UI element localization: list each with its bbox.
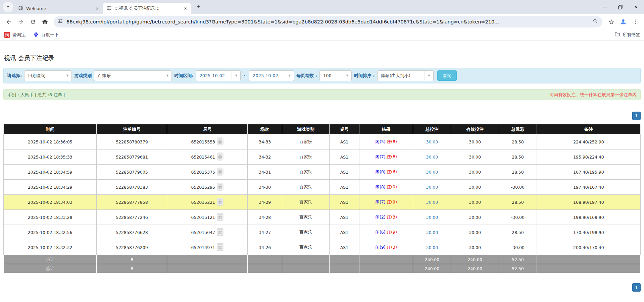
tab-betrecord[interactable]: :::视讯 会员下注纪录::: <box>103 3 191 14</box>
video-record-icon[interactable] <box>217 213 224 222</box>
range-separator: ~ <box>243 73 247 78</box>
game-type-select[interactable]: 百家乐 ▼ <box>94 70 172 81</box>
video-record-icon[interactable] <box>217 228 224 237</box>
tab-welcome[interactable]: Welcome <box>15 3 103 14</box>
cell-session: 34-26 <box>248 240 282 255</box>
page-1-button[interactable]: 1 <box>632 112 641 120</box>
footer-cell <box>537 264 640 273</box>
page-title: 视讯 会员下注纪录 <box>4 54 641 62</box>
video-record-icon[interactable] <box>217 168 224 177</box>
page-1-button[interactable]: 1 <box>632 283 641 292</box>
cell-total-bet: 30.00 <box>413 195 451 210</box>
url-text[interactable]: 66cxkj98.com/ipl/portal.php/game/betreco… <box>66 19 589 24</box>
game-type-label: 游戏类别 <box>74 73 92 79</box>
table-row: 2025-10-02 18:32:32 522858776209 6520149… <box>4 240 641 255</box>
cell-game-type: 百家乐 <box>282 149 330 165</box>
bet-table-header-row: 时间注单编号局号场次游戏类别桌号结果总投注有效投注总派彩备注 <box>4 124 641 134</box>
bookmark-taobao[interactable]: 淘 爱淘宝 <box>4 32 26 38</box>
globe-icon <box>18 5 23 12</box>
pagination-bottom: 1 <box>3 283 641 292</box>
tab-close-icon[interactable] <box>182 5 188 11</box>
cell-valid-bet: 30.00 <box>451 134 499 149</box>
dropdown-arrow-icon: ▼ <box>232 71 240 81</box>
cell-bet-no: 522858779681 <box>97 149 167 165</box>
per-page-select[interactable]: 100 ▼ <box>319 70 352 81</box>
table-row: 2025-10-02 18:34:29 522858778383 6520152… <box>4 180 641 195</box>
cell-payout: 28.50 <box>499 225 537 240</box>
tab-close-icon[interactable] <box>94 5 100 11</box>
cell-valid-bet: 30.00 <box>451 225 499 240</box>
search-button[interactable]: 查询 <box>437 70 457 81</box>
footer-cell: 240.00 <box>413 255 451 264</box>
cell-total-bet: 30.00 <box>413 180 451 195</box>
restore-button[interactable] <box>612 0 628 14</box>
column-header: 结果 <box>359 124 413 134</box>
cell-bet-no: 522858777858 <box>97 195 167 210</box>
tab-search-button[interactable] <box>3 2 13 12</box>
site-settings-icon[interactable] <box>58 18 63 25</box>
footer-cell: 240.00 <box>451 264 499 273</box>
close-window-button[interactable] <box>628 0 644 14</box>
cell-total-bet: 30.00 <box>413 225 451 240</box>
window-controls <box>597 0 644 14</box>
cell-game-type: 百家乐 <box>282 240 330 255</box>
footer-cell <box>248 264 282 273</box>
bookmark-baidu[interactable]: 百度一下 <box>33 32 59 39</box>
table-row: 2025-10-02 18:34:59 522858779005 6520153… <box>4 165 641 180</box>
footer-cell <box>537 255 640 264</box>
date-from-select[interactable]: 2025-10-02 ▼ <box>196 70 241 81</box>
cell-valid-bet: 30.00 <box>451 240 499 255</box>
cell-payout: 28.50 <box>499 149 537 165</box>
home-button[interactable] <box>40 16 50 27</box>
cell-result: 闲(8) 庄(0) <box>359 180 413 195</box>
back-button[interactable] <box>3 16 14 27</box>
bookmarks-bar: 淘 爱淘宝 百度一下 所有书签 <box>0 29 644 41</box>
forward-button[interactable] <box>15 16 26 27</box>
cell-remark: 167.40/195.90 <box>537 165 640 180</box>
currency-summary: 币别 : 人民币 | 总共 :8 注单 | <box>7 92 65 98</box>
cell-game-type: 百家乐 <box>282 134 330 149</box>
cell-valid-bet: 30.00 <box>451 180 499 195</box>
menu-dots-icon[interactable] <box>630 16 641 27</box>
cell-remark: 200.40/170.40 <box>537 240 640 255</box>
dropdown-arrow-icon: ▼ <box>285 71 294 81</box>
tab-title: Welcome <box>26 6 91 11</box>
reload-button[interactable] <box>28 16 38 27</box>
new-tab-button[interactable] <box>194 2 203 12</box>
date-to-select[interactable]: 2025-10-02 ▼ <box>249 70 294 81</box>
footer-cell <box>167 255 248 264</box>
cell-table-no: AS1 <box>329 210 359 225</box>
bookmarks-divider <box>607 32 607 38</box>
cell-time: 2025-10-02 18:33:28 <box>4 210 97 225</box>
cell-remark: 198.90/168.90 <box>537 210 640 225</box>
minimize-button[interactable] <box>597 0 612 14</box>
video-record-icon[interactable] <box>217 153 224 162</box>
sort-select[interactable]: 降幂(由大到小) ▼ <box>377 70 434 81</box>
url-bar[interactable]: 66cxkj98.com/ipl/portal.php/game/betreco… <box>54 16 602 27</box>
cell-game-type: 百家乐 <box>282 180 330 195</box>
video-record-icon[interactable] <box>217 198 224 207</box>
cell-payout: -30.00 <box>499 180 537 195</box>
video-record-icon[interactable] <box>217 183 224 192</box>
dropdown-arrow-icon: ▼ <box>343 71 351 81</box>
bookmark-star-icon[interactable] <box>606 16 616 27</box>
cell-bet-no: 522858780379 <box>97 134 167 149</box>
cell-bet-no: 522858778383 <box>97 180 167 195</box>
zoom-icon[interactable] <box>593 18 598 25</box>
cell-table-no: AS1 <box>329 149 359 165</box>
footer-cell <box>282 264 330 273</box>
cell-game-type: 百家乐 <box>282 225 330 240</box>
query-type-select[interactable]: 日期查询 ▼ <box>24 70 72 81</box>
column-header: 局号 <box>167 124 248 134</box>
profile-avatar[interactable] <box>618 16 629 27</box>
footer-cell <box>359 264 413 273</box>
dropdown-arrow-icon: ▼ <box>425 71 433 81</box>
cell-result: 闲(9) 庄(3) <box>359 240 413 255</box>
cell-round-no: 652015047 <box>167 225 248 240</box>
video-record-icon[interactable] <box>217 137 224 146</box>
all-bookmarks-button[interactable]: 所有书签 <box>614 32 640 38</box>
cell-bet-no: 522858776209 <box>97 240 167 255</box>
cell-time: 2025-10-02 18:34:29 <box>4 180 97 195</box>
tab-title: :::视讯 会员下注纪录::: <box>114 5 180 11</box>
video-record-icon[interactable] <box>217 243 224 252</box>
